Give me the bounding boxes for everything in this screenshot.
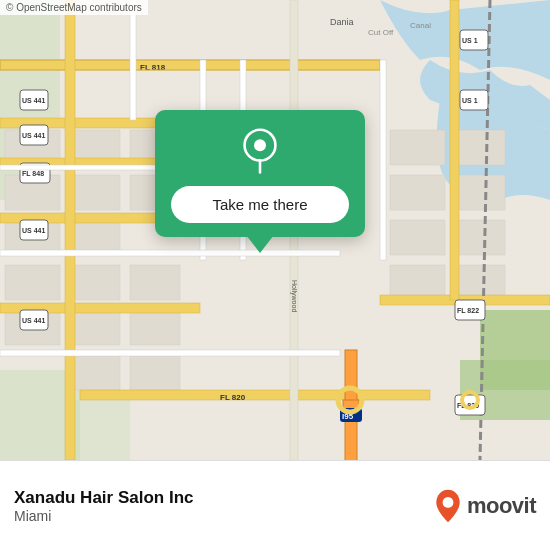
svg-rect-16 <box>70 310 120 345</box>
svg-rect-17 <box>70 355 120 390</box>
svg-rect-6 <box>70 400 130 460</box>
svg-rect-44 <box>450 0 459 300</box>
svg-rect-76 <box>0 250 340 256</box>
svg-text:US 1: US 1 <box>462 37 478 44</box>
svg-text:US 441: US 441 <box>22 97 45 104</box>
svg-rect-15 <box>70 265 120 300</box>
location-info: Xanadu Hair Salon Inc Miami moovit <box>14 488 536 524</box>
svg-text:Hollywood: Hollywood <box>290 280 298 312</box>
svg-rect-21 <box>130 310 180 345</box>
svg-text:US 441: US 441 <box>22 317 45 324</box>
location-city: Miami <box>14 508 433 524</box>
location-popup: Take me there <box>155 110 365 237</box>
take-me-there-button[interactable]: Take me there <box>171 186 349 223</box>
moovit-brand-name: moovit <box>467 493 536 519</box>
moovit-pin-icon <box>433 488 463 524</box>
svg-text:FL 848: FL 848 <box>22 170 44 177</box>
svg-text:US 441: US 441 <box>22 132 45 139</box>
svg-rect-22 <box>130 355 180 390</box>
location-pin-icon <box>236 128 284 176</box>
location-details: Xanadu Hair Salon Inc Miami <box>14 488 433 524</box>
svg-point-81 <box>254 139 266 151</box>
svg-rect-71 <box>130 0 136 120</box>
svg-rect-13 <box>70 175 120 210</box>
svg-rect-10 <box>5 265 60 300</box>
svg-text:FL 822: FL 822 <box>457 307 479 314</box>
svg-rect-25 <box>390 220 445 255</box>
map-attribution: © OpenStreetMap contributors <box>0 0 148 15</box>
svg-rect-38 <box>80 390 430 400</box>
svg-text:Dania: Dania <box>330 17 354 27</box>
location-name: Xanadu Hair Salon Inc <box>14 488 433 508</box>
svg-text:FL 818: FL 818 <box>140 63 166 72</box>
svg-rect-41 <box>65 0 75 460</box>
svg-rect-24 <box>390 175 445 210</box>
svg-text:Canal: Canal <box>410 21 431 30</box>
svg-text:FL 820: FL 820 <box>220 393 246 402</box>
moovit-logo: moovit <box>433 488 536 524</box>
svg-rect-20 <box>130 265 180 300</box>
svg-rect-31 <box>0 60 380 70</box>
bottom-info-bar: Xanadu Hair Salon Inc Miami moovit <box>0 460 550 550</box>
svg-text:Cut Off: Cut Off <box>368 28 394 37</box>
svg-text:US 441: US 441 <box>22 227 45 234</box>
svg-rect-74 <box>380 60 386 260</box>
svg-point-82 <box>442 497 453 508</box>
svg-rect-75 <box>0 350 340 356</box>
svg-rect-27 <box>455 130 505 165</box>
svg-rect-28 <box>455 175 505 210</box>
map-view: FL 818 FL 820 Hollywood I95 <box>0 0 550 460</box>
svg-rect-29 <box>455 220 505 255</box>
svg-text:US 1: US 1 <box>462 97 478 104</box>
svg-rect-23 <box>390 130 445 165</box>
